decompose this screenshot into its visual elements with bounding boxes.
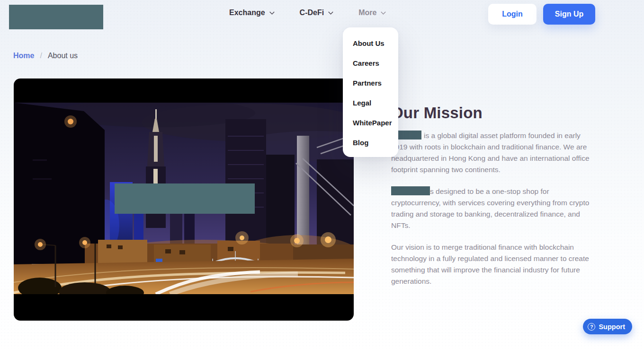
mission-paragraph-2: s designed to be a one-stop shop for cry… (391, 186, 598, 231)
left-building (14, 103, 105, 264)
signup-button[interactable]: Sign Up (543, 4, 595, 25)
brand-logo[interactable] (9, 5, 103, 29)
auth-buttons: Login Sign Up (488, 4, 595, 25)
redacted-brand-name (391, 186, 430, 195)
breadcrumb-separator: / (40, 52, 42, 60)
redacted-watermark (115, 183, 255, 214)
menu-item-about-us[interactable]: About Us (343, 33, 398, 53)
about-video-card (14, 79, 354, 321)
nav-item-exchange[interactable]: Exchange (229, 9, 273, 17)
breadcrumb: Home / About us (13, 52, 78, 60)
question-mark-circle-icon: ? (588, 323, 595, 331)
chevron-down-icon (381, 9, 386, 15)
mission-paragraph-1: is a global digital asset platform found… (391, 130, 598, 175)
more-dropdown-menu: About Us Careers Partners Legal WhitePap… (343, 27, 398, 157)
main-nav: Exchange C-DeFi More (229, 9, 385, 17)
mission-paragraph-3: Our vision is to merge traditional finan… (391, 242, 598, 287)
nav-item-cdefi[interactable]: C-DeFi (300, 9, 332, 17)
breadcrumb-current: About us (48, 52, 78, 60)
login-button[interactable]: Login (488, 4, 537, 25)
nav-item-more[interactable]: More (358, 9, 385, 17)
nav-item-label: C-DeFi (300, 9, 324, 17)
menu-item-whitepaper[interactable]: WhitePaper (343, 113, 398, 132)
support-button[interactable]: ? Support (583, 319, 632, 334)
breadcrumb-home-link[interactable]: Home (13, 52, 34, 60)
nav-item-label: Exchange (229, 9, 265, 17)
menu-item-partners[interactable]: Partners (343, 73, 398, 93)
header: Exchange C-DeFi More Login Sign Up (0, 0, 644, 34)
chevron-down-icon (328, 9, 333, 15)
mission-section: Our Mission is a global digital asset pl… (391, 103, 598, 297)
nav-item-label: More (358, 9, 376, 17)
menu-item-legal[interactable]: Legal (343, 93, 398, 113)
chevron-down-icon (269, 9, 274, 15)
menu-item-careers[interactable]: Careers (343, 53, 398, 73)
support-label: Support (599, 323, 625, 331)
page-title: Our Mission (391, 103, 598, 123)
menu-item-blog[interactable]: Blog (343, 132, 398, 152)
